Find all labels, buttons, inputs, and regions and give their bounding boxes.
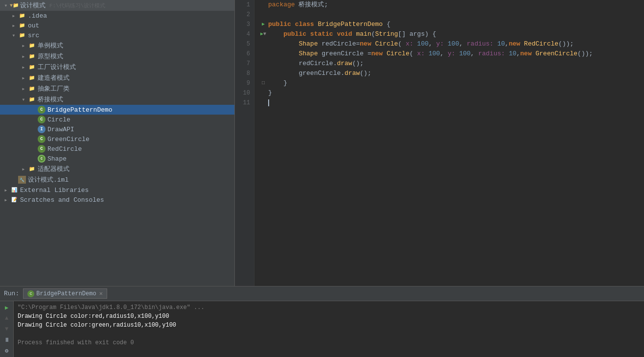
gutter-4: ▶ ▼ <box>258 29 268 39</box>
line-num-1: 1 <box>239 0 250 10</box>
sidebar-item-idea[interactable]: 📁 .idea <box>0 11 234 21</box>
play-button[interactable]: ▶ <box>2 303 12 312</box>
code-line-6: Shape greenCircle =new Circle( x: 100, y… <box>258 49 644 59</box>
fold-icon-4[interactable]: ▼ <box>263 29 266 39</box>
code-line-5: Shape redCircle=new Circle( x: 100, y: 1… <box>258 39 644 49</box>
sidebar-item-bridge-pattern-demo[interactable]: C BridgePatternDemo <box>0 105 234 115</box>
root-label: 设计模式 F:\代码练习\设计模式 <box>19 1 105 10</box>
singleton-label: 单例模式 <box>36 41 63 50</box>
tree-root[interactable]: ▼📁 设计模式 F:\代码练习\设计模式 <box>0 0 234 11</box>
file-tree[interactable]: ▼📁 设计模式 F:\代码练习\设计模式 📁 .idea 📁 out 📁 src <box>0 0 235 286</box>
bpd-arrow <box>29 106 37 114</box>
code-editor[interactable]: 1 2 3 4 5 6 7 8 9 10 11 package 桥接模式; <box>235 0 644 286</box>
code-line-2 <box>258 10 644 20</box>
factory-label: 工厂设计模式 <box>36 63 76 71</box>
console-line-3: Drawing Circle color:green,radius10,x100… <box>18 321 640 330</box>
adapter-icon: 📁 <box>27 165 36 173</box>
sidebar-item-factory[interactable]: 📁 工厂设计模式 <box>0 62 234 72</box>
sidebar-item-scratches[interactable]: 📝 Scratches and Consoles <box>0 195 234 205</box>
ext-lib-icon: 📊 <box>10 186 19 194</box>
drawapi-label: DrawAPI <box>46 126 74 133</box>
circle-class-icon: C <box>37 116 46 123</box>
code-text-6: Shape greenCircle =new Circle( x: 100, y… <box>268 49 593 59</box>
stop-up-button[interactable]: ▲ <box>2 314 12 323</box>
builder-arrow <box>20 74 27 82</box>
sidebar-item-singleton[interactable]: 📁 单例模式 <box>0 40 234 51</box>
fold-icon-9[interactable]: □ <box>262 78 265 88</box>
run-panel: Run: C BridgePatternDemo ✕ ▶ ▲ ▼ ⏸ ⚙ "C:… <box>0 286 644 357</box>
ext-lib-arrow <box>2 186 10 194</box>
pause-button[interactable]: ⏸ <box>2 335 12 344</box>
code-content: package 桥接模式; ▶ public class BridgePatte… <box>254 0 644 286</box>
run-controls: ▶ ▲ ▼ ⏸ ⚙ <box>0 301 14 357</box>
idea-folder-icon: 📁 <box>18 12 26 20</box>
sidebar-item-abstract-factory[interactable]: 📁 抽象工厂类 <box>0 83 234 94</box>
code-text-7: redCircle.draw(); <box>268 59 364 69</box>
sidebar-item-adapter[interactable]: 📁 适配器模式 <box>0 164 234 174</box>
line-num-8: 8 <box>239 69 250 78</box>
sidebar-item-external-libs[interactable]: 📊 External Libraries <box>0 185 234 195</box>
sidebar-item-circle[interactable]: C Circle <box>0 115 234 124</box>
code-text-3: public class BridgePatternDemo { <box>268 20 391 29</box>
settings-button[interactable]: ⚙ <box>2 346 12 355</box>
code-line-7: redCircle.draw(); <box>258 59 644 69</box>
green-circle-label: GreenCircle <box>46 136 90 143</box>
builder-icon: 📁 <box>27 74 36 82</box>
sidebar-item-iml[interactable]: 🔧 设计模式.iml <box>0 174 234 185</box>
shape-label: Shape <box>46 155 67 163</box>
shape-arrow <box>29 155 37 163</box>
green-circle-arrow <box>29 135 37 143</box>
run-gutter-icon-3[interactable]: ▶ <box>262 20 265 29</box>
abstract-factory-icon: 📁 <box>27 85 36 93</box>
code-line-8: greenCircle.draw(); <box>258 69 644 78</box>
scratches-arrow <box>2 196 10 204</box>
scratches-icon: 📝 <box>10 196 19 204</box>
code-line-11 <box>258 98 644 108</box>
idea-arrow <box>10 12 18 20</box>
sidebar-item-draw-api[interactable]: I DrawAPI <box>0 124 234 134</box>
code-text-2 <box>268 10 272 20</box>
bridge-arrow <box>20 95 27 103</box>
sidebar-item-out[interactable]: 📁 out <box>0 21 234 30</box>
ext-lib-label: External Libraries <box>19 187 89 194</box>
line-num-9: 9 <box>239 78 250 88</box>
out-label: out <box>26 22 39 29</box>
run-tab[interactable]: C BridgePatternDemo ✕ <box>23 288 107 299</box>
code-line-3: ▶ public class BridgePatternDemo { <box>258 20 644 29</box>
gutter-3: ▶ <box>258 20 268 29</box>
sidebar-item-prototype[interactable]: 📁 原型模式 <box>0 51 234 62</box>
code-text-4: public static void main(String[] args) { <box>268 29 436 39</box>
code-text-1: package 桥接模式; <box>268 0 328 10</box>
adapter-arrow <box>20 165 27 173</box>
adapter-label: 适配器模式 <box>36 165 69 173</box>
iml-label: 设计模式.iml <box>26 175 69 184</box>
console-line-5: Process finished with exit code 0 <box>18 338 640 347</box>
code-text-10: } <box>268 88 272 98</box>
red-circle-label: RedCircle <box>46 145 82 153</box>
red-circle-arrow <box>29 145 37 153</box>
run-tab-close[interactable]: ✕ <box>99 290 103 297</box>
line-num-4: 4 <box>239 29 250 39</box>
circle-arrow <box>29 116 37 123</box>
scratches-label: Scratches and Consoles <box>19 196 104 204</box>
sidebar-item-bridge[interactable]: 📁 桥接模式 <box>0 94 234 105</box>
stop-down-button[interactable]: ▼ <box>2 325 12 333</box>
bpd-label: BridgePatternDemo <box>46 106 113 114</box>
run-tab-name: BridgePatternDemo <box>36 290 96 297</box>
sidebar-item-green-circle[interactable]: C GreenCircle <box>0 134 234 144</box>
circle-label: Circle <box>46 116 70 123</box>
iml-icon: 🔧 <box>18 176 26 184</box>
abstract-factory-arrow <box>20 85 27 93</box>
sidebar-item-red-circle[interactable]: C RedCircle <box>0 144 234 154</box>
line-numbers: 1 2 3 4 5 6 7 8 9 10 11 <box>235 0 254 286</box>
sidebar-item-shape[interactable]: C Shape <box>0 154 234 164</box>
sidebar-item-builder[interactable]: 📁 建造者模式 <box>0 72 234 83</box>
out-arrow <box>10 22 18 29</box>
gutter-9: □ <box>258 78 268 88</box>
console-line-2: Drawing Circle color:red,radius10,x100,y… <box>18 312 640 321</box>
bridge-icon: 📁 <box>27 95 36 103</box>
code-line-4: ▶ ▼ public static void main(String[] arg… <box>258 29 644 39</box>
abstract-factory-label: 抽象工厂类 <box>36 84 69 93</box>
sidebar-item-src[interactable]: 📁 src <box>0 30 234 40</box>
code-text-11 <box>268 98 269 108</box>
